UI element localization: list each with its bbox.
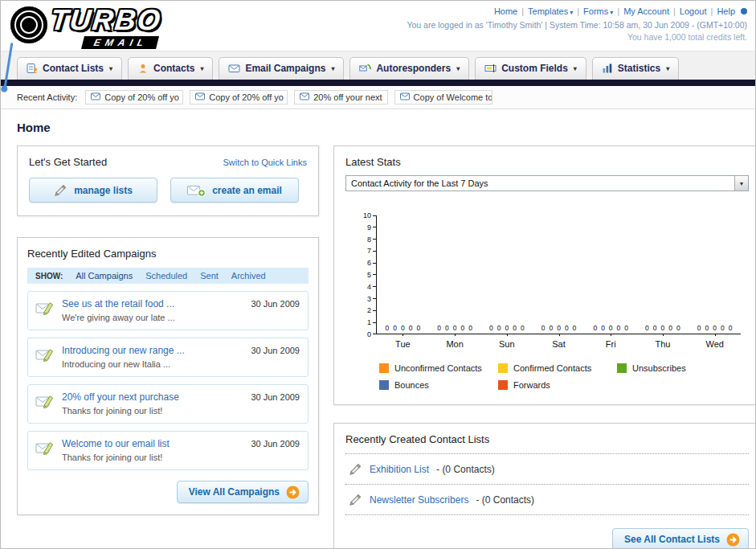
chart-value-label: 0: [676, 324, 680, 332]
x-tick-mark: [455, 334, 456, 336]
chevron-down-icon: ▾: [666, 65, 669, 72]
legend-label: Bounces: [394, 380, 429, 390]
chart-category-group: 00000Mon: [429, 215, 481, 334]
chart-category-group: 00000Fri: [585, 215, 637, 334]
chart-value-label: 0: [513, 324, 517, 332]
tab-label: Contact Lists: [43, 63, 104, 74]
recent-activity-item[interactable]: 20% off your next: [294, 90, 387, 104]
chart-value-label: 0: [601, 324, 605, 332]
recent-activity-item-label: Copy of Welcome to: [414, 92, 492, 102]
y-tick-label: 5: [367, 271, 371, 279]
chart-category-group: 00000Tue: [377, 215, 429, 334]
legend-item-confirmed-contacts: Confirmed Contacts: [498, 363, 617, 373]
x-tick-mark: [507, 334, 508, 336]
chart-category-group: 00000Sat: [533, 215, 585, 334]
chart-value-labels: 00000: [429, 324, 481, 332]
header-link-templates[interactable]: Templates▾: [528, 6, 573, 16]
chart-value-label: 0: [645, 324, 649, 332]
header-link-my-account[interactable]: My Account: [623, 6, 669, 16]
custom-fields-icon: [484, 63, 497, 74]
filter-sent[interactable]: Sent: [200, 271, 219, 281]
logo-subtext: EMAIL: [81, 36, 159, 49]
campaign-item[interactable]: Introducing our new range ...Introducing…: [27, 338, 309, 377]
campaign-list: See us at the retail food ...We're givin…: [27, 291, 309, 470]
tab-email-campaigns[interactable]: Email Campaigns▾: [219, 57, 344, 80]
help-bullet-icon: [741, 8, 747, 14]
chevron-down-icon: ▾: [200, 65, 203, 72]
see-all-contact-lists-button[interactable]: See All Contact Lists: [612, 528, 749, 549]
envelope-pencil-icon: [35, 392, 55, 413]
chart-value-label: 0: [729, 324, 733, 332]
filter-all-campaigns[interactable]: All Campaigns: [76, 271, 133, 281]
create-an-email-button[interactable]: create an email: [170, 178, 299, 203]
campaign-date: 30 Jun 2009: [251, 299, 300, 309]
contact-list-row[interactable]: Exhibition List - (0 Contacts): [345, 454, 749, 485]
header-link-forms[interactable]: Forms▾: [583, 6, 613, 16]
filter-archived[interactable]: Archived: [231, 271, 266, 281]
envelope-plus-icon: [187, 184, 206, 197]
chart-value-label: 0: [468, 324, 472, 332]
stats-activity-select[interactable]: Contact Activity for the Last 7 Days ▼: [345, 175, 749, 191]
chart-value-label: 0: [661, 324, 665, 332]
recent-activity-item-label: Copy of 20% off yo: [209, 92, 284, 102]
right-column: Latest Stats Contact Activity for the La…: [333, 145, 756, 549]
legend-swatch: [498, 363, 508, 373]
campaign-item[interactable]: 20% off your next purchaseThanks for joi…: [27, 384, 309, 424]
campaign-item[interactable]: See us at the retail food ...We're givin…: [27, 291, 309, 330]
tab-contact-lists[interactable]: Contact Lists▾: [17, 57, 122, 80]
switch-quick-links-link[interactable]: Switch to Quick Links: [223, 158, 307, 167]
app-logo[interactable]: TURBO EMAIL: [9, 3, 218, 50]
contact-lists-title: Recently Created Contact Lists: [345, 433, 749, 454]
campaign-filter-bar: SHOW: All CampaignsScheduledSentArchived: [27, 268, 309, 284]
x-tick-label: Mon: [429, 339, 481, 349]
campaign-title-link[interactable]: Introducing our new range ...: [62, 345, 247, 356]
x-tick-mark: [663, 334, 664, 336]
chevron-down-icon: ▾: [610, 9, 613, 16]
contact-list-row[interactable]: Newsletter Subscribers - (0 Contacts): [345, 485, 749, 515]
chart-value-label: 0: [573, 324, 577, 332]
header-link-home[interactable]: Home: [494, 6, 517, 16]
tab-contacts[interactable]: Contacts▾: [128, 57, 213, 80]
envelope-icon: [195, 92, 205, 102]
chart-category-group: 00000Wed: [689, 215, 741, 334]
recent-activity-item[interactable]: Copy of 20% off yo: [85, 90, 183, 104]
campaign-title-link[interactable]: 20% off your next purchase: [62, 391, 247, 403]
x-tick-label: Wed: [689, 339, 741, 349]
tab-custom-fields[interactable]: Custom Fields▾: [475, 57, 586, 80]
chart-value-labels: 00000: [637, 324, 689, 332]
chart-value-label: 0: [721, 324, 725, 332]
campaign-title-link[interactable]: Welcome to our email list: [62, 438, 247, 449]
arrow-right-icon: [286, 485, 300, 499]
tab-autoresponders[interactable]: Autoresponders▾: [349, 57, 469, 80]
header: TURBO EMAIL Home|Templates▾|Forms▾|My Ac…: [1, 1, 755, 51]
filter-scheduled[interactable]: Scheduled: [145, 271, 187, 281]
campaign-item[interactable]: Welcome to our email listThanks for join…: [27, 431, 309, 470]
contact-list-link[interactable]: Exhibition List: [370, 464, 429, 475]
chart-value-label: 0: [697, 324, 701, 332]
envelope-pencil-icon: [35, 439, 55, 460]
chart-value-label: 0: [409, 324, 413, 332]
recent-activity-item[interactable]: Copy of 20% off yo: [190, 90, 288, 104]
x-tick-label: Fri: [585, 339, 637, 349]
y-tick-label: 2: [367, 306, 371, 314]
contact-list-link[interactable]: Newsletter Subscribers: [370, 494, 468, 506]
campaign-date: 30 Jun 2009: [251, 439, 300, 449]
y-tick-label: 0: [367, 330, 371, 338]
chart-value-labels: 00000: [480, 324, 533, 332]
y-tick-label: 7: [367, 247, 371, 255]
chevron-down-icon: ▾: [331, 65, 334, 72]
tab-statistics[interactable]: Statistics▾: [592, 57, 679, 80]
view-all-campaigns-label: View All Campaigns: [189, 486, 280, 498]
campaigns-panel: Recently Edited Campaigns SHOW: All Camp…: [17, 237, 319, 515]
recent-activity-item[interactable]: Copy of Welcome to: [394, 90, 492, 104]
legend-swatch: [379, 363, 389, 373]
header-link-help[interactable]: Help: [717, 6, 735, 16]
recent-activity-list: Copy of 20% off yoCopy of 20% off yo20% …: [85, 90, 492, 104]
chart-value-label: 0: [541, 324, 546, 332]
manage-lists-button[interactable]: manage lists: [29, 178, 157, 203]
campaign-title-link[interactable]: See us at the retail food ...: [62, 298, 247, 309]
chart-value-label: 0: [489, 324, 493, 332]
recent-activity-bar: Recent Activity: Copy of 20% off yoCopy …: [1, 86, 755, 109]
header-link-logout[interactable]: Logout: [680, 6, 707, 16]
view-all-campaigns-button[interactable]: View All Campaigns: [177, 481, 309, 503]
